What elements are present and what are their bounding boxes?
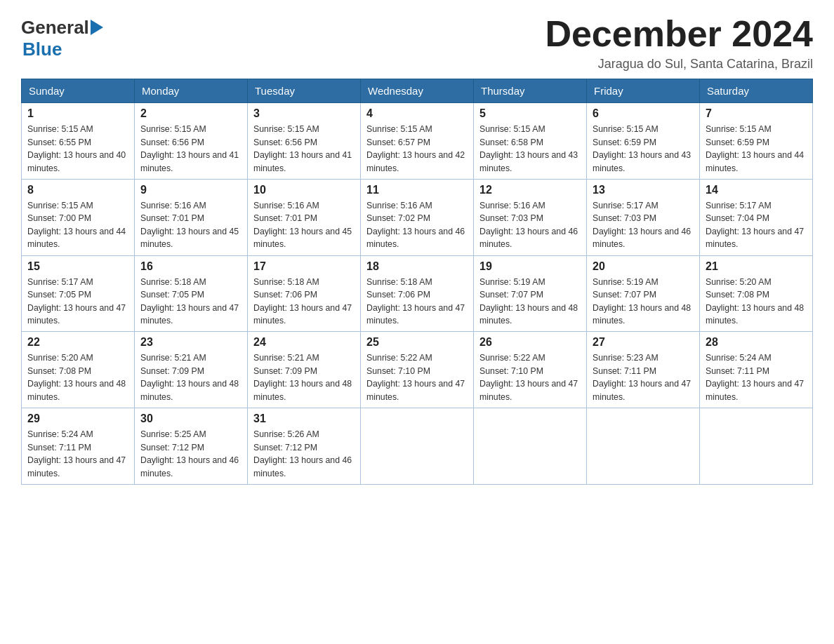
day-info: Sunrise: 5:15 AMSunset: 6:55 PMDaylight:… (27, 123, 128, 175)
table-row: 23Sunrise: 5:21 AMSunset: 7:09 PMDayligh… (135, 332, 248, 408)
table-row (361, 408, 474, 485)
day-info: Sunrise: 5:18 AMSunset: 7:05 PMDaylight:… (140, 276, 241, 328)
day-number: 11 (366, 184, 468, 196)
table-row: 15Sunrise: 5:17 AMSunset: 7:05 PMDayligh… (22, 255, 135, 332)
logo: General Blue (21, 14, 103, 60)
table-row: 12Sunrise: 5:16 AMSunset: 7:03 PMDayligh… (474, 179, 587, 255)
day-number: 9 (140, 184, 241, 196)
day-number: 26 (479, 336, 581, 349)
day-info: Sunrise: 5:15 AMSunset: 7:00 PMDaylight:… (27, 199, 128, 251)
calendar-title-area: December 2024 Jaragua do Sul, Santa Cata… (545, 14, 813, 72)
day-info: Sunrise: 5:26 AMSunset: 7:12 PMDaylight:… (253, 428, 355, 480)
table-row: 28Sunrise: 5:24 AMSunset: 7:11 PMDayligh… (700, 332, 813, 408)
table-row: 2Sunrise: 5:15 AMSunset: 6:56 PMDaylight… (135, 103, 248, 180)
header-sunday: Sunday (22, 79, 135, 103)
logo-blue-text: Blue (22, 39, 62, 60)
header-tuesday: Tuesday (248, 79, 361, 103)
header-thursday: Thursday (474, 79, 587, 103)
day-info: Sunrise: 5:15 AMSunset: 6:59 PMDaylight:… (706, 123, 807, 175)
day-number: 1 (27, 107, 128, 120)
day-info: Sunrise: 5:22 AMSunset: 7:10 PMDaylight:… (479, 351, 581, 403)
table-row: 26Sunrise: 5:22 AMSunset: 7:10 PMDayligh… (474, 332, 587, 408)
day-number: 25 (366, 336, 468, 349)
table-row: 1Sunrise: 5:15 AMSunset: 6:55 PMDaylight… (22, 103, 135, 180)
day-number: 20 (593, 260, 694, 273)
day-info: Sunrise: 5:20 AMSunset: 7:08 PMDaylight:… (27, 351, 128, 403)
table-row: 20Sunrise: 5:19 AMSunset: 7:07 PMDayligh… (587, 255, 700, 332)
month-year-title: December 2024 (545, 14, 813, 54)
day-info: Sunrise: 5:15 AMSunset: 6:59 PMDaylight:… (593, 123, 694, 175)
header-friday: Friday (587, 79, 700, 103)
table-row (700, 408, 813, 485)
day-number: 29 (27, 412, 128, 425)
table-row: 13Sunrise: 5:17 AMSunset: 7:03 PMDayligh… (587, 179, 700, 255)
day-number: 27 (593, 336, 694, 349)
header-saturday: Saturday (700, 79, 813, 103)
table-row: 27Sunrise: 5:23 AMSunset: 7:11 PMDayligh… (587, 332, 700, 408)
table-row: 19Sunrise: 5:19 AMSunset: 7:07 PMDayligh… (474, 255, 587, 332)
table-row: 22Sunrise: 5:20 AMSunset: 7:08 PMDayligh… (22, 332, 135, 408)
day-info: Sunrise: 5:19 AMSunset: 7:07 PMDaylight:… (479, 276, 581, 328)
day-info: Sunrise: 5:23 AMSunset: 7:11 PMDaylight:… (593, 351, 694, 403)
day-info: Sunrise: 5:16 AMSunset: 7:01 PMDaylight:… (253, 199, 355, 251)
header-monday: Monday (135, 79, 248, 103)
day-number: 23 (140, 336, 241, 349)
day-number: 12 (479, 184, 581, 196)
table-row: 7Sunrise: 5:15 AMSunset: 6:59 PMDaylight… (700, 103, 813, 180)
day-number: 15 (27, 260, 128, 273)
day-number: 19 (479, 260, 581, 273)
table-row: 24Sunrise: 5:21 AMSunset: 7:09 PMDayligh… (248, 332, 361, 408)
day-info: Sunrise: 5:19 AMSunset: 7:07 PMDaylight:… (593, 276, 694, 328)
day-number: 21 (706, 260, 807, 273)
day-number: 6 (593, 107, 694, 120)
table-row: 11Sunrise: 5:16 AMSunset: 7:02 PMDayligh… (361, 179, 474, 255)
day-number: 24 (253, 336, 355, 349)
table-row: 6Sunrise: 5:15 AMSunset: 6:59 PMDaylight… (587, 103, 700, 180)
day-info: Sunrise: 5:25 AMSunset: 7:12 PMDaylight:… (140, 428, 241, 480)
day-number: 22 (27, 336, 128, 349)
day-info: Sunrise: 5:24 AMSunset: 7:11 PMDaylight:… (27, 428, 128, 480)
day-info: Sunrise: 5:17 AMSunset: 7:04 PMDaylight:… (706, 199, 807, 251)
table-row: 14Sunrise: 5:17 AMSunset: 7:04 PMDayligh… (700, 179, 813, 255)
day-info: Sunrise: 5:15 AMSunset: 6:57 PMDaylight:… (366, 123, 468, 175)
location-subtitle: Jaragua do Sul, Santa Catarina, Brazil (545, 57, 813, 72)
table-row: 3Sunrise: 5:15 AMSunset: 6:56 PMDaylight… (248, 103, 361, 180)
day-number: 17 (253, 260, 355, 273)
day-number: 2 (140, 107, 241, 120)
day-info: Sunrise: 5:16 AMSunset: 7:03 PMDaylight:… (479, 199, 581, 251)
table-row: 9Sunrise: 5:16 AMSunset: 7:01 PMDaylight… (135, 179, 248, 255)
table-row: 5Sunrise: 5:15 AMSunset: 6:58 PMDaylight… (474, 103, 587, 180)
day-number: 8 (27, 184, 128, 196)
table-row: 29Sunrise: 5:24 AMSunset: 7:11 PMDayligh… (22, 408, 135, 485)
day-info: Sunrise: 5:18 AMSunset: 7:06 PMDaylight:… (366, 276, 468, 328)
page-header: General Blue December 2024 Jaragua do Su… (21, 14, 813, 72)
day-info: Sunrise: 5:17 AMSunset: 7:05 PMDaylight:… (27, 276, 128, 328)
table-row: 21Sunrise: 5:20 AMSunset: 7:08 PMDayligh… (700, 255, 813, 332)
day-info: Sunrise: 5:22 AMSunset: 7:10 PMDaylight:… (366, 351, 468, 403)
day-number: 10 (253, 184, 355, 196)
day-number: 3 (253, 107, 355, 120)
day-number: 13 (593, 184, 694, 196)
logo-triangle-icon (91, 20, 103, 38)
table-row: 25Sunrise: 5:22 AMSunset: 7:10 PMDayligh… (361, 332, 474, 408)
day-info: Sunrise: 5:24 AMSunset: 7:11 PMDaylight:… (706, 351, 807, 403)
day-number: 5 (479, 107, 581, 120)
day-number: 30 (140, 412, 241, 425)
day-number: 14 (706, 184, 807, 196)
table-row (587, 408, 700, 485)
day-info: Sunrise: 5:21 AMSunset: 7:09 PMDaylight:… (140, 351, 241, 403)
day-info: Sunrise: 5:16 AMSunset: 7:02 PMDaylight:… (366, 199, 468, 251)
calendar-table: Sunday Monday Tuesday Wednesday Thursday… (21, 79, 813, 485)
calendar-header: Sunday Monday Tuesday Wednesday Thursday… (22, 79, 813, 103)
day-info: Sunrise: 5:15 AMSunset: 6:56 PMDaylight:… (140, 123, 241, 175)
day-number: 28 (706, 336, 807, 349)
day-info: Sunrise: 5:20 AMSunset: 7:08 PMDaylight:… (706, 276, 807, 328)
day-info: Sunrise: 5:15 AMSunset: 6:58 PMDaylight:… (479, 123, 581, 175)
table-row (474, 408, 587, 485)
table-row: 31Sunrise: 5:26 AMSunset: 7:12 PMDayligh… (248, 408, 361, 485)
table-row: 16Sunrise: 5:18 AMSunset: 7:05 PMDayligh… (135, 255, 248, 332)
logo-general-text: General (21, 17, 89, 39)
table-row: 4Sunrise: 5:15 AMSunset: 6:57 PMDaylight… (361, 103, 474, 180)
table-row: 10Sunrise: 5:16 AMSunset: 7:01 PMDayligh… (248, 179, 361, 255)
day-info: Sunrise: 5:16 AMSunset: 7:01 PMDaylight:… (140, 199, 241, 251)
